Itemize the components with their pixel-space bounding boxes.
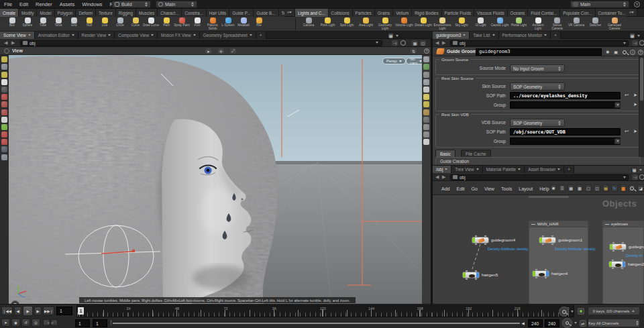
pin-pane-icon[interactable]: ⊣ [632,174,638,180]
param-dropdown-skin-source[interactable]: SOP Geometry [510,83,565,91]
view-help-icon[interactable]: ? [424,48,429,54]
tab-caret-icon[interactable] [250,34,252,36]
shelf-tab-viscous-fluids[interactable]: Viscous Fluids [474,9,507,17]
pane-tab-performance-monitor[interactable]: Performance Monitor [499,32,551,39]
template-tool-icon[interactable] [1,72,7,78]
timeline-zoom-caret-icon[interactable] [571,311,574,313]
shelf-tab-oceans[interactable]: Oceans [508,9,529,17]
node-output-connector[interactable] [535,277,537,278]
shelf-tab-deform[interactable]: Deform [76,9,96,17]
snap-points-icon[interactable] [1,109,7,115]
node-input-connector[interactable] [612,242,614,243]
network-box-main_hair[interactable]: MAIN_HAIR [529,221,588,305]
param-scrollbar-thumb[interactable] [640,58,643,101]
param-scrollbar[interactable] [639,56,644,157]
path-dropdown-caret-icon[interactable] [623,176,626,178]
tab-caret-icon[interactable] [72,34,74,36]
color-palette-icon[interactable]: ▆ [620,184,627,192]
layout-boxes-icon[interactable]: ▢ [585,184,592,192]
shelf-add-tab-button-left[interactable]: + [284,9,295,16]
collapse-icon[interactable] [605,224,609,225]
tab-caret-icon[interactable] [463,34,466,36]
magnet-u-icon[interactable] [1,139,7,145]
pane-layout-icon[interactable]: ▦ [629,33,635,38]
pane-tab-scene-view[interactable]: Scene View [0,32,35,39]
context-help-button[interactable]: ? [634,1,640,7]
range-slider[interactable] [111,323,521,324]
shelf-tab-constra-[interactable]: Constra... [182,9,206,17]
key-mode-dropdown[interactable]: Key All Channels [588,319,640,327]
pane-tab-asset-browser[interactable]: Asset Browser [525,166,564,173]
group-dropdown-caret-icon[interactable] [614,102,621,108]
node-display-flag[interactable] [546,271,549,276]
shelf-tool-area-light[interactable]: Area Light [357,17,376,32]
path-dropdown-caret-icon[interactable] [376,42,378,44]
shelf-tool-gi-light[interactable]: GI Light [472,17,490,32]
node-input-connector[interactable] [612,260,614,261]
node-hairgen5[interactable] [462,272,480,278]
path-back-icon[interactable]: ◀ [435,40,439,46]
current-frame-field[interactable]: 1 [56,307,72,315]
range-start-field[interactable]: 1 [93,319,107,327]
shelf-tool-switcher[interactable]: Switcher [586,17,605,32]
play-button[interactable]: ▶ [23,306,33,316]
search-parms-icon[interactable] [621,49,628,55]
next-keyframe-button[interactable]: ▶❘ [51,319,58,326]
show-handles-icon[interactable] [1,101,7,107]
timeline-zoom-button[interactable] [559,307,569,317]
wrench-icon[interactable]: ✱ [550,184,557,192]
pane-menu-caret-icon[interactable] [396,35,398,37]
param-path-field[interactable]: obj [450,40,629,47]
scene-selector[interactable]: Main [156,1,197,8]
radial-menu-selector[interactable]: Main [570,1,629,8]
node-input-flag[interactable] [463,272,466,278]
headlight-icon[interactable] [423,101,429,107]
playhead-marker[interactable]: 1 [78,307,84,315]
network-box-title[interactable]: eyebrows [603,221,643,227]
node-output-connector[interactable] [612,250,614,252]
show-points-icon[interactable] [1,94,7,100]
pane-tab-composite-view[interactable]: Composite View [115,32,158,39]
perspective-badge[interactable]: Persp [382,58,406,64]
shelf-tab-container-to-[interactable]: Container To... [596,9,627,17]
path-back-icon[interactable]: ◀ [4,40,7,46]
auto-key-icon[interactable]: ⇄ [580,320,586,327]
shelf-tab-grains[interactable]: Grains [375,9,394,17]
node-input-flag[interactable] [533,271,535,276]
shadow-toggle-icon[interactable] [1,146,7,152]
tree-list-icon[interactable]: ☰ [559,184,566,192]
path-back-icon[interactable]: ◀ [435,174,439,180]
shelf-tab-collisions[interactable]: Collisions [329,9,353,17]
shelf-tool-spot-light[interactable]: Spot Light [337,17,356,32]
tab-caret-icon[interactable] [28,34,31,36]
node-display-flag[interactable] [623,262,625,267]
thumbnail-view-icon[interactable]: ▩ [576,184,583,192]
stow-bars-icon[interactable]: ⇅ [411,48,417,54]
link-group-icon[interactable] [400,40,406,46]
pane-tab-animation-editor[interactable]: Animation Editor [35,32,78,39]
tab-caret-icon[interactable] [445,168,447,170]
shelf-tool-stereo-camera[interactable]: Stereo Camera [548,17,567,32]
network-canvas[interactable]: ObjectsMAIN_HAIReyebrowsguidegroom4Densi… [433,195,644,305]
set-key-caret-icon[interactable] [574,322,577,324]
node-output-connector[interactable] [475,243,477,245]
node-name-field[interactable]: guidegroom3 [476,48,602,56]
playback-options-button[interactable]: ➤ [1,319,10,327]
grid-view-icon[interactable]: ▦ [568,184,574,192]
param-tab-file-cache[interactable]: File Cache [461,150,491,157]
shelf-tool-ambient-light[interactable]: Ambient Light [529,17,547,32]
pane-tab-render-view[interactable]: Render View [78,32,115,39]
path-forward-icon[interactable]: ▶ [11,40,15,46]
node-hairgen4[interactable] [532,270,549,277]
range-slider-right-handle[interactable]: ◀ [520,319,526,327]
next-frame-button[interactable]: ▶ [34,307,42,315]
op-jump-icon[interactable]: ➤ [632,128,639,135]
node-output-connector[interactable] [542,243,544,245]
desktop-selector[interactable]: Build [112,1,151,8]
info-icon[interactable]: i [630,50,635,55]
material-icon[interactable] [423,109,429,115]
network-menu-view[interactable]: View [484,186,494,191]
node-output-connector[interactable] [475,278,477,280]
shelf-tab-polygon[interactable]: Polygon [55,9,76,17]
set-key-button[interactable] [562,318,572,328]
